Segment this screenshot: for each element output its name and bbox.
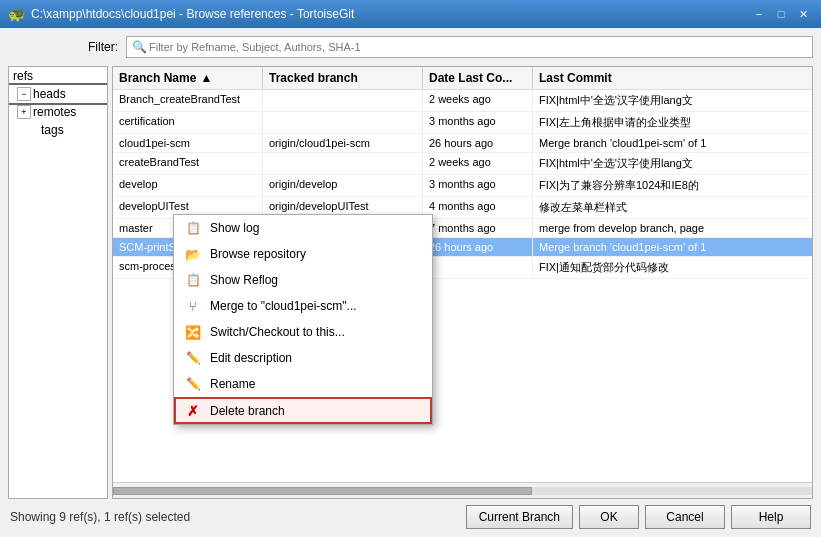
menu-label-switch: Switch/Checkout to this...	[210, 325, 345, 339]
cell-commit: FIX|html中'全选'汉字使用lang文	[533, 90, 812, 111]
tree-label-tags: tags	[41, 123, 64, 137]
tree-item-tags[interactable]: tags	[9, 121, 107, 139]
cell-tracked: origin/cloud1pei-scm	[263, 134, 423, 152]
cell-commit: Merge branch 'cloud1pei-scm' of 1	[533, 238, 812, 256]
col-header-tracked[interactable]: Tracked branch	[263, 67, 423, 89]
branch-table: Branch Name ▲ Tracked branch Date Last C…	[112, 66, 813, 499]
tree-label-remotes: remotes	[33, 105, 76, 119]
menu-label-rename: Rename	[210, 377, 255, 391]
titlebar-controls: − □ ✕	[749, 5, 813, 23]
delete-icon: ✗	[184, 403, 202, 419]
menu-item-show-reflog[interactable]: 📋 Show Reflog	[174, 267, 432, 293]
status-text: Showing 9 ref(s), 1 ref(s) selected	[10, 510, 190, 524]
menu-item-rename[interactable]: ✏️ Rename	[174, 371, 432, 397]
menu-item-merge[interactable]: ⑂ Merge to "cloud1pei-scm"...	[174, 293, 432, 319]
menu-label-edit-desc: Edit description	[210, 351, 292, 365]
cell-date: 26 hours ago	[423, 238, 533, 256]
tree-label-heads: heads	[33, 87, 66, 101]
cell-commit: Merge branch 'cloud1pei-scm' of 1	[533, 134, 812, 152]
table-row[interactable]: cloud1pei-scm origin/cloud1pei-scm 26 ho…	[113, 134, 812, 153]
app-icon: 🐢	[8, 6, 25, 22]
cell-commit: FIX|html中'全选'汉字使用lang文	[533, 153, 812, 174]
menu-label-merge: Merge to "cloud1pei-scm"...	[210, 299, 357, 313]
menu-item-switch[interactable]: 🔀 Switch/Checkout to this...	[174, 319, 432, 345]
rename-icon: ✏️	[184, 376, 202, 392]
tree-item-remotes[interactable]: + remotes	[9, 103, 107, 121]
cell-branch: createBrandTest	[113, 153, 263, 174]
menu-label-show-log: Show log	[210, 221, 259, 235]
cell-date: 3 months ago	[423, 112, 533, 133]
search-icon: 🔍	[132, 40, 147, 54]
cell-branch: certification	[113, 112, 263, 133]
close-button[interactable]: ✕	[793, 5, 813, 23]
menu-item-delete[interactable]: ✗ Delete branch	[174, 397, 432, 424]
cell-commit: FIX|通知配货部分代码修改	[533, 257, 812, 278]
dialog: Filter: 🔍 refs − heads + remotes tags	[0, 28, 821, 537]
tree-root-label: refs	[13, 69, 33, 83]
reflog-icon: 📋	[184, 272, 202, 288]
cell-commit: FIX|为了兼容分辨率1024和IE8的	[533, 175, 812, 196]
cell-date: 7 months ago	[423, 219, 533, 237]
browse-icon: 📂	[184, 246, 202, 262]
switch-icon: 🔀	[184, 324, 202, 340]
table-row[interactable]: createBrandTest 2 weeks ago FIX|html中'全选…	[113, 153, 812, 175]
tree-item-heads[interactable]: − heads	[9, 85, 107, 103]
filter-input[interactable]	[126, 36, 813, 58]
minimize-button[interactable]: −	[749, 5, 769, 23]
window-title: C:\xampp\htdocs\cloud1pei - Browse refer…	[31, 7, 354, 21]
menu-item-edit-desc[interactable]: ✏️ Edit description	[174, 345, 432, 371]
filter-label: Filter:	[88, 40, 118, 54]
cell-date: 26 hours ago	[423, 134, 533, 152]
content-area: refs − heads + remotes tags Branch Name …	[8, 66, 813, 499]
cell-branch: Branch_createBrandTest	[113, 90, 263, 111]
cell-commit: 修改左菜单栏样式	[533, 197, 812, 218]
cell-tracked	[263, 90, 423, 111]
cell-tracked	[263, 112, 423, 133]
col-header-commit[interactable]: Last Commit	[533, 67, 812, 89]
filter-bar: Filter: 🔍	[8, 36, 813, 58]
log-icon: 📋	[184, 220, 202, 236]
cell-date: 2 weeks ago	[423, 90, 533, 111]
cell-date: 2 weeks ago	[423, 153, 533, 174]
maximize-button[interactable]: □	[771, 5, 791, 23]
help-button[interactable]: Help	[731, 505, 811, 529]
cell-branch: cloud1pei-scm	[113, 134, 263, 152]
menu-label-delete: Delete branch	[210, 404, 285, 418]
current-branch-button[interactable]: Current Branch	[466, 505, 573, 529]
table-row[interactable]: Branch_createBrandTest 2 weeks ago FIX|h…	[113, 90, 812, 112]
titlebar-left: 🐢 C:\xampp\htdocs\cloud1pei - Browse ref…	[8, 6, 354, 22]
menu-item-show-log[interactable]: 📋 Show log	[174, 215, 432, 241]
cell-branch: develop	[113, 175, 263, 196]
titlebar: 🐢 C:\xampp\htdocs\cloud1pei - Browse ref…	[0, 0, 821, 28]
context-menu: 📋 Show log 📂 Browse repository 📋 Show Re…	[173, 214, 433, 425]
cell-date	[423, 257, 533, 278]
table-row[interactable]: develop origin/develop 3 months ago FIX|…	[113, 175, 812, 197]
cell-tracked	[263, 153, 423, 174]
merge-icon: ⑂	[184, 298, 202, 314]
cell-tracked: origin/develop	[263, 175, 423, 196]
bottom-buttons: Current Branch OK Cancel Help	[466, 505, 811, 529]
tree-expander-remotes[interactable]: +	[17, 105, 31, 119]
col-header-branch[interactable]: Branch Name ▲	[113, 67, 263, 89]
bottom-area: Showing 9 ref(s), 1 ref(s) selected Curr…	[8, 505, 813, 529]
menu-label-browse-repo: Browse repository	[210, 247, 306, 261]
edit-icon: ✏️	[184, 350, 202, 366]
tree-expander-heads[interactable]: −	[17, 87, 31, 101]
table-header: Branch Name ▲ Tracked branch Date Last C…	[113, 67, 812, 90]
cancel-button[interactable]: Cancel	[645, 505, 725, 529]
menu-item-browse-repo[interactable]: 📂 Browse repository	[174, 241, 432, 267]
cell-commit: merge from develop branch, page	[533, 219, 812, 237]
table-row[interactable]: certification 3 months ago FIX|左上角根据申请的企…	[113, 112, 812, 134]
filter-input-wrapper: 🔍	[126, 36, 813, 58]
cell-date: 3 months ago	[423, 175, 533, 196]
horizontal-scrollbar[interactable]	[113, 482, 812, 498]
col-header-date[interactable]: Date Last Co...	[423, 67, 533, 89]
cell-commit: FIX|左上角根据申请的企业类型	[533, 112, 812, 133]
tree-root-refs: refs	[9, 67, 107, 85]
cell-date: 4 months ago	[423, 197, 533, 218]
menu-label-show-reflog: Show Reflog	[210, 273, 278, 287]
refs-tree: refs − heads + remotes tags	[8, 66, 108, 499]
ok-button[interactable]: OK	[579, 505, 639, 529]
